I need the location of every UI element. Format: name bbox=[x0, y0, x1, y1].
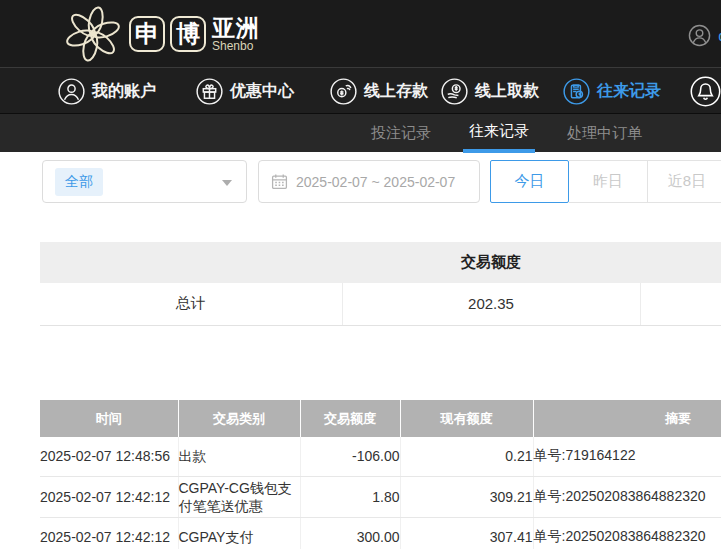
table-row: 2025-02-07 12:42:12 CGPAY-CG钱包支付笔笔送优惠 1.… bbox=[40, 476, 721, 517]
nav-item-promotions[interactable]: 优惠中心 bbox=[196, 68, 294, 114]
logo-region-text: 亚洲 bbox=[212, 16, 260, 40]
yesterday-button[interactable]: 昨日 bbox=[569, 160, 648, 203]
summary-empty-cell bbox=[640, 283, 721, 325]
summary-total-value: 202.35 bbox=[342, 283, 640, 325]
user-avatar-icon bbox=[688, 24, 711, 47]
cell-amount: -106.00 bbox=[300, 437, 400, 476]
summary-header-amount: 交易额度 bbox=[342, 242, 640, 283]
col-header-summary: 摘要 bbox=[533, 400, 721, 437]
site-logo[interactable]: 申 博 亚洲 Shenbo bbox=[62, 4, 260, 64]
cell-summary: 单号:202502083864882320 bbox=[533, 476, 721, 517]
page: 申 博 亚洲 Shenbo qb 我的账户 bbox=[0, 0, 721, 549]
sub-nav: 投注记录 往来记录 处理中订单 bbox=[0, 113, 721, 152]
chevron-down-icon bbox=[222, 180, 232, 186]
table-row: 2025-02-07 12:48:56 出款 -106.00 0.21 单号:7… bbox=[40, 437, 721, 476]
summary-header-spacer bbox=[640, 242, 721, 283]
bell-icon bbox=[690, 76, 721, 107]
records-header-row: 时间 交易类别 交易额度 现有额度 摘要 bbox=[40, 400, 721, 437]
cell-amount: 300.00 bbox=[300, 517, 400, 549]
nav-item-deposit[interactable]: 线上存款 bbox=[330, 68, 428, 114]
cell-balance: 309.21 bbox=[400, 476, 533, 517]
logo-char-box: 申 bbox=[129, 16, 165, 52]
user-icon bbox=[58, 78, 85, 105]
calendar-icon bbox=[271, 173, 288, 190]
table-row: 2025-02-07 12:42:12 CGPAY支付 300.00 307.4… bbox=[40, 517, 721, 549]
col-header-category: 交易类别 bbox=[178, 400, 300, 437]
nav-item-withdraw[interactable]: 线上取款 bbox=[441, 68, 539, 114]
records-table: 时间 交易类别 交易额度 现有额度 摘要 2025-02-07 12:48:56… bbox=[40, 400, 721, 549]
date-range-input[interactable]: 2025-02-07 ~ 2025-02-07 bbox=[258, 160, 480, 203]
gift-icon bbox=[196, 78, 223, 105]
col-header-balance: 现有额度 bbox=[400, 400, 533, 437]
summary-header-spacer bbox=[40, 242, 342, 283]
cell-category: CGPAY支付 bbox=[178, 517, 300, 549]
notifications-bell[interactable] bbox=[690, 68, 721, 114]
withdraw-icon bbox=[441, 78, 468, 105]
col-header-amount: 交易额度 bbox=[300, 400, 400, 437]
col-header-time: 时间 bbox=[40, 400, 178, 437]
tab-betting-records[interactable]: 投注记录 bbox=[365, 114, 437, 153]
type-filter-select[interactable]: 全部 bbox=[42, 160, 247, 203]
summary-header-row: 交易额度 bbox=[40, 242, 721, 283]
summary-total-label: 总计 bbox=[40, 283, 342, 325]
quick-date-buttons: 今日 昨日 近8日 bbox=[490, 160, 721, 203]
logo-char-box: 博 bbox=[170, 16, 206, 52]
cell-category: 出款 bbox=[178, 437, 300, 476]
top-header: 申 博 亚洲 Shenbo qb bbox=[0, 0, 721, 67]
logo-subtitle: Shenbo bbox=[212, 40, 260, 53]
flower-logo-icon bbox=[62, 4, 124, 64]
nav-item-my-account[interactable]: 我的账户 bbox=[58, 68, 156, 114]
summary-total-row: 总计 202.35 bbox=[40, 283, 721, 325]
date-range-value: 2025-02-07 ~ 2025-02-07 bbox=[296, 174, 455, 190]
filter-row: 全部 2025-02-07 ~ 2025-02-07 今日 昨日 近8日 bbox=[0, 160, 721, 203]
today-button[interactable]: 今日 bbox=[490, 160, 569, 203]
cell-time: 2025-02-07 12:42:12 bbox=[40, 476, 178, 517]
user-account[interactable]: qb bbox=[688, 24, 721, 47]
tab-transaction-records[interactable]: 往来记录 bbox=[463, 114, 535, 153]
nav-label: 线上存款 bbox=[364, 81, 428, 102]
nav-label: 优惠中心 bbox=[230, 81, 294, 102]
cell-summary: 单号:719164122 bbox=[533, 437, 721, 476]
main-nav: 我的账户 优惠中心 线上存款 bbox=[0, 67, 721, 113]
cell-amount: 1.80 bbox=[300, 476, 400, 517]
nav-label: 往来记录 bbox=[597, 81, 661, 102]
nav-item-records[interactable]: 往来记录 bbox=[563, 68, 661, 114]
last-8-days-button[interactable]: 近8日 bbox=[648, 160, 721, 203]
records-icon bbox=[563, 78, 590, 105]
cell-time: 2025-02-07 12:48:56 bbox=[40, 437, 178, 476]
type-filter-selected-chip: 全部 bbox=[55, 168, 103, 196]
summary-table: 交易额度 总计 202.35 bbox=[40, 242, 721, 326]
cell-summary: 单号:202502083864882320 bbox=[533, 517, 721, 549]
deposit-icon bbox=[330, 78, 357, 105]
nav-label: 线上取款 bbox=[475, 81, 539, 102]
cell-category: CGPAY-CG钱包支付笔笔送优惠 bbox=[178, 476, 300, 517]
cell-time: 2025-02-07 12:42:12 bbox=[40, 517, 178, 549]
nav-label: 我的账户 bbox=[92, 81, 156, 102]
tab-processing-orders[interactable]: 处理中订单 bbox=[561, 114, 648, 153]
cell-balance: 307.41 bbox=[400, 517, 533, 549]
cell-balance: 0.21 bbox=[400, 437, 533, 476]
